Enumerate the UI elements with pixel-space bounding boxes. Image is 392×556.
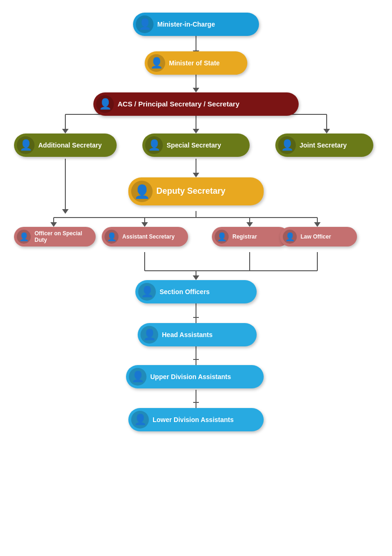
officer-special-label: Officer on Special Duty <box>35 230 96 244</box>
svg-marker-6 <box>62 129 69 134</box>
minister-state-label: Minister of State <box>169 59 224 67</box>
law-officer-node: 👤 Law Officer <box>280 227 357 246</box>
registrar-icon: 👤 <box>215 230 229 244</box>
head-assistants-label: Head Assistants <box>162 331 217 339</box>
additional-sec-node: 👤 Additional Secretary <box>14 134 117 157</box>
upper-div-icon: 👤 <box>129 368 147 386</box>
section-officers-node: 👤 Section Officers <box>135 280 257 303</box>
org-chart: 👤 Minister-in-Charge 👤 Minister of State… <box>0 0 392 556</box>
asst-sec-label: Assistant Secretary <box>122 233 179 240</box>
svg-marker-14 <box>62 209 69 214</box>
asst-sec-icon: 👤 <box>105 230 119 244</box>
special-sec-label: Special Secretary <box>167 141 226 149</box>
svg-marker-3 <box>193 88 199 92</box>
law-officer-icon: 👤 <box>283 230 297 244</box>
acs-node: 👤 ACS / Principal Secretary / Secretary <box>93 92 299 116</box>
section-officers-icon: 👤 <box>138 283 156 301</box>
special-sec-node: 👤 Special Secretary <box>142 134 250 157</box>
acs-label: ACS / Principal Secretary / Secretary <box>118 100 244 108</box>
connector-lines <box>0 0 392 556</box>
head-assistants-icon: 👤 <box>140 326 158 344</box>
svg-marker-12 <box>193 173 199 177</box>
lower-div-icon: 👤 <box>131 411 149 429</box>
minister-state-icon: 👤 <box>147 54 165 72</box>
registrar-label: Registrar <box>232 233 262 240</box>
minister-charge-label: Minister-in-Charge <box>157 21 220 28</box>
additional-sec-label: Additional Secretary <box>38 141 106 149</box>
section-officers-label: Section Officers <box>160 288 214 296</box>
joint-sec-icon: 👤 <box>278 136 296 154</box>
additional-sec-icon: 👤 <box>17 136 35 154</box>
minister-state-node: 👤 Minister of State <box>145 51 247 75</box>
deputy-sec-label: Deputy Secretary <box>156 186 230 197</box>
joint-sec-node: 👤 Joint Secretary <box>275 134 373 157</box>
upper-div-label: Upper Division Assistants <box>150 373 236 381</box>
law-officer-label: Law Officer <box>301 233 336 240</box>
svg-marker-10 <box>323 129 330 134</box>
lower-div-node: 👤 Lower Division Assistants <box>128 408 264 431</box>
upper-div-node: 👤 Upper Division Assistants <box>126 365 264 388</box>
deputy-sec-icon: 👤 <box>131 181 153 202</box>
lower-div-label: Lower Division Assistants <box>153 416 238 424</box>
registrar-node: 👤 Registrar <box>212 227 289 246</box>
svg-marker-18 <box>50 222 57 227</box>
svg-marker-8 <box>193 129 199 134</box>
deputy-sec-node: 👤 Deputy Secretary <box>128 177 264 205</box>
svg-marker-30 <box>193 275 199 280</box>
special-sec-icon: 👤 <box>145 136 163 154</box>
svg-marker-24 <box>314 222 321 227</box>
svg-marker-22 <box>246 222 253 227</box>
joint-sec-label: Joint Secretary <box>300 141 351 149</box>
acs-icon: 👤 <box>96 95 114 113</box>
minister-charge-icon: 👤 <box>136 15 154 33</box>
minister-in-charge-node: 👤 Minister-in-Charge <box>133 13 259 36</box>
asst-sec-node: 👤 Assistant Secretary <box>102 227 188 246</box>
head-assistants-node: 👤 Head Assistants <box>138 323 257 346</box>
svg-marker-20 <box>141 222 148 227</box>
officer-special-node: 👤 Officer on Special Duty <box>14 227 96 246</box>
officer-special-icon: 👤 <box>17 230 31 244</box>
